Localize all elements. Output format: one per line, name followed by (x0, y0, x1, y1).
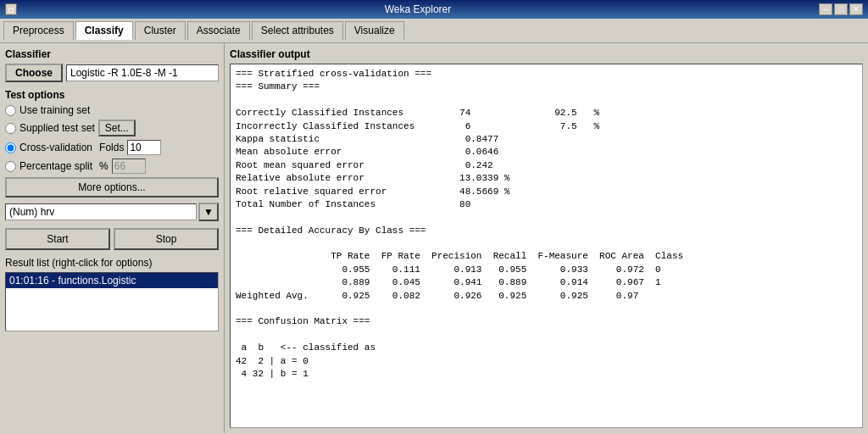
result-list: 01:01:16 - functions.Logistic (5, 272, 219, 331)
stop-button[interactable]: Stop (114, 228, 219, 250)
use-training-set-row: Use training set (5, 104, 219, 116)
set-button[interactable]: Set... (98, 120, 136, 136)
folds-label: Folds (99, 142, 124, 153)
percentage-split-row: Percentage split % (5, 159, 219, 174)
start-button[interactable]: Start (5, 228, 110, 250)
attribute-dropdown-row: ▼ (5, 203, 219, 221)
tab-bar: Preprocess Classify Cluster Associate Se… (0, 19, 868, 43)
attribute-input[interactable] (5, 203, 197, 220)
result-item[interactable]: 01:01:16 - functions.Logistic (6, 273, 218, 288)
test-options-title: Test options (5, 89, 219, 101)
system-menu-icon[interactable]: ◘ (5, 3, 17, 15)
maximize-button[interactable]: □ (834, 3, 848, 15)
supplied-test-set-row: Supplied test set Set... (5, 120, 219, 136)
percent-input[interactable] (112, 159, 146, 174)
percentage-split-label: Percentage split (19, 160, 92, 172)
left-panel: Classifier Choose Logistic -R 1.0E-8 -M … (0, 43, 225, 433)
output-wrapper: === Stratified cross-validation === === … (230, 64, 863, 428)
tab-visualize[interactable]: Visualize (345, 21, 404, 40)
cross-validation-radio[interactable] (5, 142, 16, 153)
window-controls: ─ □ ✕ (819, 3, 863, 15)
minimize-button[interactable]: ─ (819, 3, 832, 15)
percentage-split-radio[interactable] (5, 161, 16, 172)
classifier-row: Choose Logistic -R 1.0E-8 -M -1 (5, 64, 219, 82)
percent-symbol: % (99, 160, 108, 172)
output-title: Classifier output (230, 48, 863, 60)
window-title: Weka Explorer (17, 3, 819, 15)
output-text[interactable]: === Stratified cross-validation === === … (231, 64, 862, 427)
title-bar: ◘ Weka Explorer ─ □ ✕ (0, 0, 868, 19)
dropdown-arrow-icon[interactable]: ▼ (198, 203, 219, 221)
classifier-value: Logistic -R 1.0E-8 -M -1 (66, 64, 219, 81)
result-list-title: Result list (right-click for options) (5, 257, 219, 269)
cross-validation-label: Cross-validation (19, 142, 92, 153)
close-button[interactable]: ✕ (849, 3, 863, 15)
cross-validation-row: Cross-validation Folds (5, 140, 219, 155)
tab-classify[interactable]: Classify (75, 21, 133, 40)
action-row: Start Stop (5, 228, 219, 250)
tab-cluster[interactable]: Cluster (135, 21, 186, 40)
tab-select-attributes[interactable]: Select attributes (252, 21, 343, 40)
more-options-button[interactable]: More options... (5, 177, 219, 198)
folds-input[interactable] (127, 140, 161, 155)
supplied-test-set-label: Supplied test set (19, 122, 95, 134)
tab-preprocess[interactable]: Preprocess (3, 21, 74, 40)
supplied-test-set-radio[interactable] (5, 123, 16, 134)
main-content: Classifier Choose Logistic -R 1.0E-8 -M … (0, 43, 868, 433)
right-panel: Classifier output === Stratified cross-v… (225, 43, 868, 433)
choose-button[interactable]: Choose (5, 64, 63, 82)
classifier-section-title: Classifier (5, 48, 219, 60)
tab-associate[interactable]: Associate (187, 21, 250, 40)
use-training-set-radio[interactable] (5, 105, 16, 116)
use-training-set-label: Use training set (19, 104, 90, 116)
